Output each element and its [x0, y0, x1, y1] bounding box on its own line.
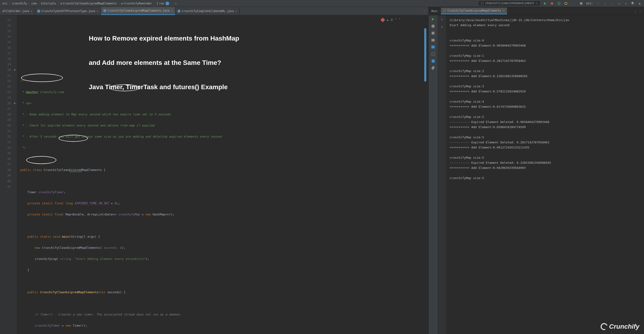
layout-button[interactable] [431, 59, 435, 63]
annotation-circle [21, 74, 63, 82]
run-panel: Run: CrunchifyCleanExipredMapElements × … [428, 7, 644, 334]
run-toolbar-left [429, 15, 438, 334]
java-file-icon [104, 9, 106, 12]
tab[interactable]: sFileFolder.java× [0, 7, 35, 15]
watermark: Crunchify [601, 323, 639, 330]
wand-icon [380, 17, 385, 22]
settings-icon[interactable]: ◧ [638, 1, 642, 5]
tab-active[interactable]: CrunchifyCleanExipredMapElements.java× [101, 7, 176, 15]
stop-button[interactable] [579, 1, 583, 5]
breadcrumb: src› crunchify› com› tutorials› ● Crunch… [2, 1, 169, 5]
java-file-icon [178, 10, 180, 12]
scroll-down-button[interactable]: ↓ [441, 24, 443, 29]
crumb[interactable]: tutorials [41, 2, 56, 5]
code-editor[interactable]: 1112131415161718192021222324252627282930… [0, 15, 428, 334]
stop-button[interactable] [431, 31, 435, 35]
code-content[interactable]: ▲ 2 ˄ ˅ How to Remove expired elements f… [17, 15, 428, 334]
scroll-up-button[interactable]: ↑ [441, 17, 443, 21]
close-icon[interactable]: × [235, 9, 237, 13]
run-tab[interactable]: CrunchifyCleanExipredMapElements × [441, 8, 507, 14]
print-button[interactable] [431, 45, 435, 49]
scrollbar[interactable] [425, 17, 426, 93]
git-push-icon[interactable]: ↗ [603, 1, 607, 5]
close-icon[interactable]: × [30, 9, 32, 13]
build-icon[interactable]: ⚒ [174, 1, 178, 5]
profile-button[interactable] [564, 1, 568, 5]
settings-icon[interactable]: ⋮ [634, 9, 637, 13]
crumb[interactable]: src [2, 2, 8, 5]
search-icon[interactable]: 🔍 [631, 1, 635, 5]
debug-button[interactable] [550, 1, 554, 5]
editor-area: sFileFolder.java× CrunchifyGetHTTPConten… [0, 7, 428, 334]
crumb[interactable]: crunchify [12, 2, 27, 5]
close-icon[interactable]: × [503, 9, 505, 12]
crumb[interactable]: ● CrunchifyCleanExipredMapElements [60, 2, 116, 5]
square-icon [443, 9, 446, 12]
rerun-button[interactable] [431, 17, 435, 21]
find-indicator[interactable]: ▲ 2 ˄ ˅ [381, 17, 400, 23]
crumb[interactable]: ƒ run [156, 2, 164, 5]
editor-tabs: sFileFolder.java× CrunchifyGetHTTPConten… [0, 7, 428, 15]
pin-button[interactable] [431, 66, 435, 70]
annotation-circle [59, 135, 88, 142]
screenshot-button[interactable] [431, 38, 435, 42]
chevron-down-icon: ▾ [536, 2, 538, 5]
run-label: Run: [432, 9, 438, 13]
annotation-circle [26, 156, 56, 164]
git-pull-icon[interactable]: ↙ [610, 1, 614, 5]
tabs-overflow[interactable]: ⋮ [420, 9, 428, 13]
coverage-button[interactable] [557, 1, 561, 5]
divider: ··· [571, 2, 576, 5]
history-icon[interactable]: ↺ [617, 1, 621, 5]
crumb[interactable]: com [31, 2, 36, 5]
fold-column [13, 15, 17, 334]
java-file-icon [37, 10, 40, 12]
run-toolbar-right: ↑ ↓ [438, 15, 446, 334]
tab[interactable]: CrunchifyGetHTTPContentType.java× [35, 7, 101, 15]
avatar-icon[interactable] [166, 1, 169, 5]
down-icon[interactable]: ˅ [399, 17, 400, 23]
git-branch-icon[interactable]: ⑂ [596, 1, 600, 5]
overlay-title: How to Remove expired elements from Hash… [89, 18, 239, 107]
top-nav: src› crunchify› com› tutorials› ● Crunch… [0, 0, 644, 7]
run-header: Run: CrunchifyCleanExipredMapElements × … [429, 7, 644, 15]
tab[interactable]: CrunchifySimpleValidateURL.java× [175, 7, 240, 15]
git-label: Git: [586, 2, 593, 5]
console-output[interactable]: /Library/Java/JavaVirtualMachines/jdk-15… [446, 15, 644, 334]
crumb[interactable]: ● CrunchifyReminder [121, 2, 152, 5]
annotation-circle [110, 84, 140, 91]
close-icon[interactable]: × [96, 9, 98, 13]
crunchify-logo-icon [600, 322, 609, 331]
line-gutter: 1112131415161718192021222324252627282930… [0, 15, 13, 334]
undo-icon[interactable]: ↻ [624, 1, 628, 5]
square-icon [481, 2, 483, 5]
settings-button[interactable] [431, 24, 435, 28]
up-icon[interactable]: ˄ [395, 17, 397, 23]
close-icon[interactable]: × [171, 9, 173, 12]
exit-button[interactable] [431, 52, 435, 56]
run-button[interactable] [543, 1, 547, 5]
minimize-icon[interactable]: — [639, 9, 641, 13]
run-config-select[interactable]: CRUNCHIFYCLEANEXIPREDMAPELEMENTS ▾ [479, 1, 540, 5]
